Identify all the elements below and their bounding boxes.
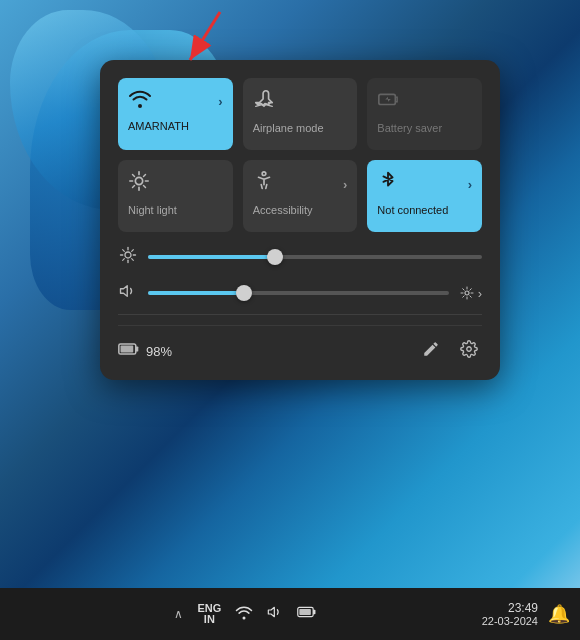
svg-rect-26: [121, 345, 134, 352]
svg-line-8: [132, 174, 134, 176]
svg-rect-25: [136, 346, 139, 351]
edit-button[interactable]: [418, 336, 444, 366]
svg-line-19: [132, 259, 134, 261]
lang-line2: IN: [204, 614, 215, 625]
svg-line-11: [143, 174, 145, 176]
divider: [118, 314, 482, 315]
volume-right-control[interactable]: ›: [459, 285, 482, 301]
volume-icon: [118, 282, 138, 304]
airplane-tile[interactable]: Airplane mode: [243, 78, 358, 150]
volume-thumb[interactable]: [236, 285, 252, 301]
svg-line-1: [190, 12, 220, 60]
svg-point-3: [135, 177, 142, 184]
wifi-icon: [128, 88, 152, 114]
svg-line-20: [123, 259, 125, 261]
svg-point-27: [467, 347, 472, 352]
bluetooth-tile[interactable]: › Not connected: [367, 160, 482, 232]
brightness-slider-row: [118, 246, 482, 268]
bluetooth-icon: [377, 170, 399, 198]
battery-saver-icon: [377, 88, 399, 116]
night-light-icon: [128, 170, 150, 198]
volume-slider[interactable]: [148, 291, 449, 295]
taskbar-center: ∧ ENG IN: [174, 603, 317, 625]
volume-fill: [148, 291, 244, 295]
taskbar-battery-icon[interactable]: [297, 605, 317, 623]
sliders-section: ›: [118, 246, 482, 304]
battery-percentage: 98%: [146, 344, 172, 359]
svg-rect-30: [313, 610, 315, 615]
chevron-up-icon[interactable]: ∧: [174, 607, 183, 621]
bluetooth-chevron: ›: [468, 177, 472, 192]
battery-info: 98%: [118, 341, 172, 362]
datetime-display[interactable]: 23:49 22-03-2024: [482, 601, 538, 627]
accessibility-icon: [253, 170, 275, 198]
airplane-label: Airplane mode: [253, 122, 324, 135]
volume-slider-row: ›: [118, 282, 482, 304]
bottom-actions: [418, 336, 482, 366]
svg-marker-22: [121, 286, 128, 297]
svg-point-12: [262, 172, 266, 176]
bluetooth-label: Not connected: [377, 204, 448, 217]
battery-icon: [118, 341, 140, 362]
battery-saver-label: Battery saver: [377, 122, 442, 135]
svg-line-10: [132, 185, 134, 187]
taskbar: ∧ ENG IN 23:49: [0, 588, 580, 640]
accessibility-tile[interactable]: › Accessibility: [243, 160, 358, 232]
brightness-icon: [118, 246, 138, 268]
accessibility-label: Accessibility: [253, 204, 313, 217]
night-light-tile[interactable]: Night light: [118, 160, 233, 232]
settings-button[interactable]: [456, 336, 482, 366]
language-indicator[interactable]: ENG IN: [197, 603, 221, 625]
accessibility-chevron: ›: [343, 177, 347, 192]
notification-bell-icon[interactable]: 🔔: [548, 603, 570, 625]
tiles-row-1: › AMARNATH Airplane mode: [118, 78, 482, 150]
taskbar-right: 23:49 22-03-2024 🔔: [482, 601, 570, 627]
night-light-label: Night light: [128, 204, 177, 217]
brightness-fill: [148, 255, 275, 259]
red-arrow: [160, 8, 240, 68]
svg-rect-31: [300, 609, 312, 615]
wifi-label: AMARNATH: [128, 120, 189, 133]
taskbar-volume-icon[interactable]: [267, 604, 283, 624]
battery-saver-tile[interactable]: Battery saver: [367, 78, 482, 150]
wifi-chevron: ›: [218, 94, 222, 109]
svg-line-9: [143, 185, 145, 187]
quick-settings-panel: › AMARNATH Airplane mode: [100, 60, 500, 380]
airplane-icon: [253, 88, 275, 116]
clock-date: 22-03-2024: [482, 615, 538, 627]
svg-point-23: [465, 291, 469, 295]
svg-point-13: [125, 252, 131, 258]
brightness-slider[interactable]: [148, 255, 482, 259]
taskbar-wifi-icon[interactable]: [235, 604, 253, 624]
tiles-row-2: Night light › Accessibility: [118, 160, 482, 232]
clock-time: 23:49: [508, 601, 538, 615]
wifi-tile[interactable]: › AMARNATH: [118, 78, 233, 150]
svg-marker-28: [269, 607, 275, 616]
bottom-bar: 98%: [118, 325, 482, 366]
svg-line-21: [132, 250, 134, 252]
brightness-thumb[interactable]: [267, 249, 283, 265]
svg-line-18: [123, 250, 125, 252]
